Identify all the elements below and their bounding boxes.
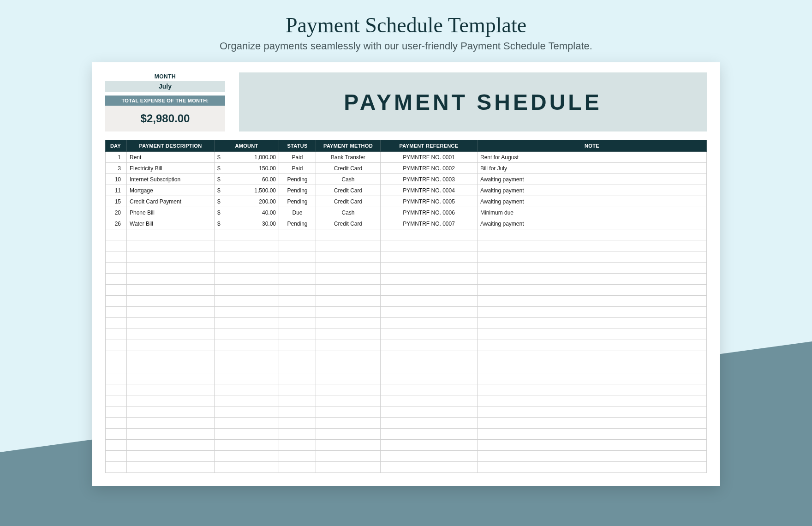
cell-reference[interactable]: PYMNTRF NO. 0005 [381, 196, 478, 207]
table-row[interactable]: 20Phone Bill$40.00DueCashPYMNTRF NO. 000… [106, 207, 707, 218]
cell-status[interactable]: Pending [279, 185, 316, 196]
title-banner: PAYMENT SHEDULE [239, 72, 707, 132]
table-row-empty[interactable] [106, 351, 707, 362]
cell-status[interactable]: Pending [279, 196, 316, 207]
cell-day[interactable]: 1 [106, 152, 127, 163]
cell-method[interactable]: Bank Transfer [316, 152, 381, 163]
cell-method[interactable]: Credit Card [316, 185, 381, 196]
cell-reference[interactable]: PYMNTRF NO. 0003 [381, 174, 478, 185]
table-row[interactable]: 10Internet Subscription$60.00PendingCash… [106, 174, 707, 185]
table-row[interactable]: 1Rent$1,000.00PaidBank TransferPYMNTRF N… [106, 152, 707, 163]
cell-status[interactable]: Pending [279, 174, 316, 185]
header-note: NOTE [478, 140, 707, 152]
table-row[interactable]: 15Credit Card Payment$200.00PendingCredi… [106, 196, 707, 207]
table-row-empty[interactable] [106, 429, 707, 440]
cell-method[interactable]: Credit Card [316, 218, 381, 229]
cell-reference[interactable]: PYMNTRF NO. 0001 [381, 152, 478, 163]
cell-day[interactable]: 3 [106, 163, 127, 174]
cell-currency[interactable]: $ [215, 196, 224, 207]
cell-note[interactable]: Awaiting payment [478, 174, 707, 185]
total-expense-label: TOTAL EXPENSE OF THE MONTH: [105, 96, 225, 106]
table-row-empty[interactable] [106, 274, 707, 285]
cell-method[interactable]: Cash [316, 207, 381, 218]
table-row[interactable]: 3Electricity Bill$150.00PaidCredit CardP… [106, 163, 707, 174]
cell-note[interactable]: Awaiting payment [478, 185, 707, 196]
cell-amount[interactable]: 150.00 [224, 163, 279, 174]
cell-reference[interactable]: PYMNTRF NO. 0004 [381, 185, 478, 196]
table-row-empty[interactable] [106, 362, 707, 373]
table-row-empty[interactable] [106, 285, 707, 296]
table-row-empty[interactable] [106, 451, 707, 462]
cell-description[interactable]: Mortgage [127, 185, 215, 196]
cell-status[interactable]: Paid [279, 152, 316, 163]
cell-method[interactable]: Cash [316, 174, 381, 185]
cell-currency[interactable]: $ [215, 207, 224, 218]
table-body: 1Rent$1,000.00PaidBank TransferPYMNTRF N… [106, 152, 707, 473]
table-row[interactable]: 26Water Bill$30.00PendingCredit CardPYMN… [106, 218, 707, 229]
cell-note[interactable]: Awaiting payment [478, 218, 707, 229]
cell-note[interactable]: Bill for July [478, 163, 707, 174]
cell-amount[interactable]: 1,000.00 [224, 152, 279, 163]
table-row-empty[interactable] [106, 263, 707, 274]
table-row-empty[interactable] [106, 406, 707, 418]
header-status: STATUS [279, 140, 316, 152]
cell-method[interactable]: Credit Card [316, 163, 381, 174]
table-row-empty[interactable] [106, 340, 707, 351]
header-amount: AMOUNT [215, 140, 279, 152]
cell-status[interactable]: Pending [279, 218, 316, 229]
payment-table: DAY PAYMENT DESCRIPTION AMOUNT STATUS PA… [105, 140, 707, 473]
table-row-empty[interactable] [106, 395, 707, 406]
cell-description[interactable]: Phone Bill [127, 207, 215, 218]
cell-description[interactable]: Credit Card Payment [127, 196, 215, 207]
spreadsheet-card: MONTH July TOTAL EXPENSE OF THE MONTH: $… [92, 62, 720, 486]
cell-day[interactable]: 11 [106, 185, 127, 196]
cell-description[interactable]: Water Bill [127, 218, 215, 229]
cell-currency[interactable]: $ [215, 185, 224, 196]
cell-note[interactable]: Minimum due [478, 207, 707, 218]
cell-description[interactable]: Internet Subscription [127, 174, 215, 185]
table-row-empty[interactable] [106, 307, 707, 318]
table-row-empty[interactable] [106, 251, 707, 263]
cell-amount[interactable]: 40.00 [224, 207, 279, 218]
cell-amount[interactable]: 200.00 [224, 196, 279, 207]
cell-reference[interactable]: PYMNTRF NO. 0007 [381, 218, 478, 229]
cell-amount[interactable]: 30.00 [224, 218, 279, 229]
table-row-empty[interactable] [106, 440, 707, 451]
title-banner-text: PAYMENT SHEDULE [344, 90, 602, 115]
cell-day[interactable]: 10 [106, 174, 127, 185]
header-day: DAY [106, 140, 127, 152]
cell-note[interactable]: Rent for August [478, 152, 707, 163]
table-row[interactable]: 11Mortgage$1,500.00PendingCredit CardPYM… [106, 185, 707, 196]
cell-day[interactable]: 26 [106, 218, 127, 229]
cell-currency[interactable]: $ [215, 174, 224, 185]
cell-day[interactable]: 15 [106, 196, 127, 207]
cell-currency[interactable]: $ [215, 152, 224, 163]
month-label: MONTH [105, 72, 225, 81]
cell-amount[interactable]: 1,500.00 [224, 185, 279, 196]
total-expense-value: $2,980.00 [105, 106, 225, 132]
cell-currency[interactable]: $ [215, 218, 224, 229]
header-description: PAYMENT DESCRIPTION [127, 140, 215, 152]
cell-description[interactable]: Electricity Bill [127, 163, 215, 174]
header-reference: PAYMENT REFERENCE [381, 140, 478, 152]
table-row-empty[interactable] [106, 296, 707, 307]
cell-status[interactable]: Paid [279, 163, 316, 174]
table-row-empty[interactable] [106, 240, 707, 251]
table-row-empty[interactable] [106, 462, 707, 473]
month-value[interactable]: July [105, 81, 225, 92]
cell-reference[interactable]: PYMNTRF NO. 0006 [381, 207, 478, 218]
table-row-empty[interactable] [106, 229, 707, 240]
cell-note[interactable]: Awaiting payment [478, 196, 707, 207]
table-row-empty[interactable] [106, 318, 707, 329]
cell-currency[interactable]: $ [215, 163, 224, 174]
cell-reference[interactable]: PYMNTRF NO. 0002 [381, 163, 478, 174]
cell-method[interactable]: Credit Card [316, 196, 381, 207]
cell-status[interactable]: Due [279, 207, 316, 218]
table-row-empty[interactable] [106, 329, 707, 340]
cell-description[interactable]: Rent [127, 152, 215, 163]
cell-amount[interactable]: 60.00 [224, 174, 279, 185]
table-row-empty[interactable] [106, 418, 707, 429]
table-row-empty[interactable] [106, 384, 707, 395]
cell-day[interactable]: 20 [106, 207, 127, 218]
table-row-empty[interactable] [106, 373, 707, 384]
